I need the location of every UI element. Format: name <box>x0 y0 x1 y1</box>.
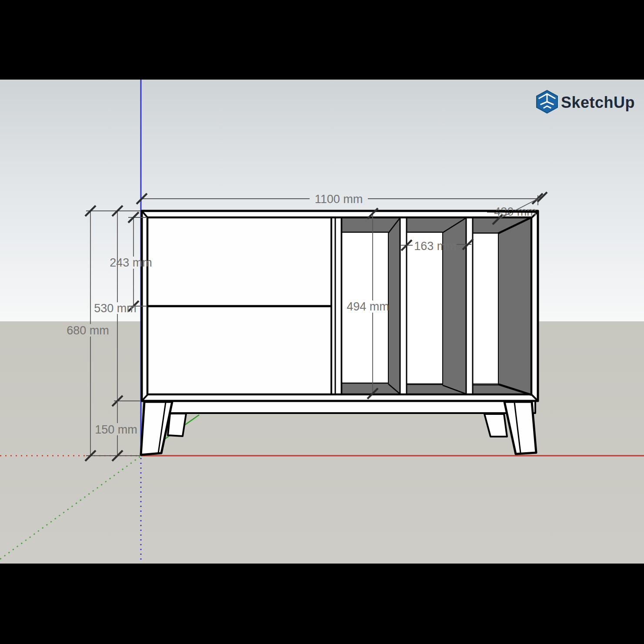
dim-label-overall-height: 680 mm <box>67 324 109 337</box>
sketchup-logo: SketchUp <box>537 90 635 113</box>
back-left-leg <box>168 414 186 436</box>
slot-divider-1 <box>400 217 407 394</box>
dim-label-slot-width: 163 mm <box>414 240 457 253</box>
apron-rail <box>145 401 535 413</box>
viewport-3d[interactable]: 1100 mm 430 mm 243 mm 530 mm 680 mm 150 … <box>0 0 644 644</box>
dim-label-opening-height: 494 mm <box>347 300 389 313</box>
dim-label-body-height: 530 mm <box>94 302 137 315</box>
letterbox-top <box>0 0 644 80</box>
dim-label-overall-width: 1100 mm <box>315 193 363 206</box>
top-edge-overlay <box>487 211 538 212</box>
dim-label-leg-height: 150 mm <box>95 423 137 436</box>
dim-label-top-drawer: 243 mm <box>110 256 152 269</box>
sketchup-export-image: 1100 mm 430 mm 243 mm 530 mm 680 mm 150 … <box>0 0 644 644</box>
divider-a-side-face <box>388 218 400 394</box>
letterbox-bottom <box>0 564 644 644</box>
right-wall-interior-face <box>498 217 531 394</box>
brand-wordmark: SketchUp <box>561 93 635 111</box>
center-partition <box>335 217 341 394</box>
